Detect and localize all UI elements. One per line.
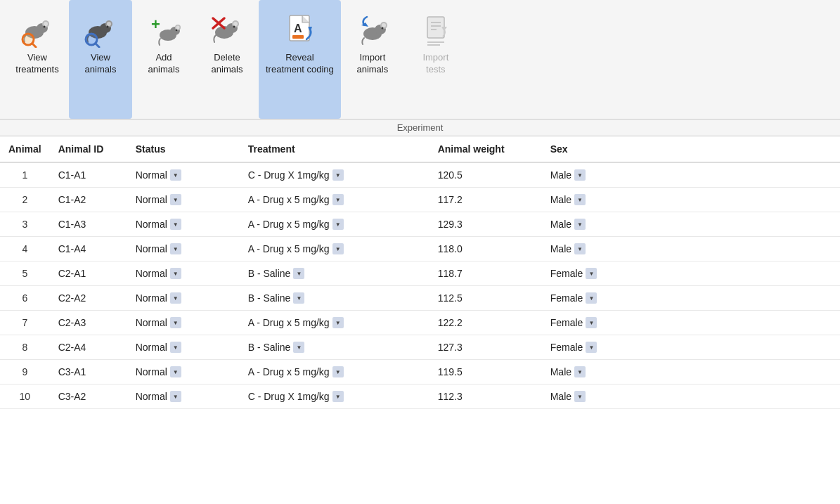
import-tests-icon (416, 10, 455, 49)
sex-dropdown-3[interactable]: ▼ (574, 243, 586, 254)
toolbar-group-import-tests: Import tests (404, 0, 467, 119)
status-dropdown-8[interactable]: ▼ (170, 366, 181, 377)
sex-dropdown-6[interactable]: ▼ (586, 317, 597, 328)
treatment-value-0: C - Drug X 1mg/kg (248, 169, 330, 181)
cell-status-7: Normal ▼ (127, 335, 240, 360)
cell-sex-2: Male ▼ (542, 212, 654, 237)
cell-treatment-7: B - Saline ▼ (240, 335, 429, 360)
treatment-dropdown-4[interactable]: ▼ (293, 268, 304, 279)
view-animals-icon (81, 10, 120, 49)
treatment-dropdown-7[interactable]: ▼ (293, 342, 304, 353)
treatment-dropdown-6[interactable]: ▼ (332, 317, 344, 328)
import-animals-icon (353, 10, 392, 49)
svg-text:+: + (151, 15, 160, 33)
cell-status-1: Normal ▼ (127, 188, 240, 212)
treatment-dropdown-0[interactable]: ▼ (332, 169, 344, 181)
import-animals-label: Import animals (356, 52, 388, 76)
svg-line-14 (96, 44, 99, 47)
cell-extra-6 (654, 311, 840, 335)
col-header-animal-id: Animal ID (50, 136, 127, 162)
table-row: 5 C2-A1 Normal ▼ B - Saline ▼ 118.7 Fema… (0, 261, 840, 286)
sex-dropdown-5[interactable]: ▼ (586, 292, 597, 304)
cell-sex-5: Female ▼ (542, 286, 654, 311)
treatment-dropdown-8[interactable]: ▼ (332, 366, 344, 377)
status-dropdown-0[interactable]: ▼ (170, 169, 181, 181)
treatment-dropdown-1[interactable]: ▼ (332, 194, 344, 205)
sex-dropdown-0[interactable]: ▼ (574, 169, 586, 181)
col-header-sex: Sex (542, 136, 654, 162)
treatment-dropdown-5[interactable]: ▼ (293, 292, 304, 304)
svg-point-25 (233, 26, 235, 28)
svg-point-19 (176, 26, 180, 30)
cell-weight-8: 119.5 (429, 360, 542, 385)
delete-animals-icon (207, 10, 247, 49)
status-dropdown-3[interactable]: ▼ (170, 243, 181, 254)
cell-animal-id-2: C1-A3 (50, 212, 127, 237)
cell-animal-8: 9 (0, 360, 50, 385)
svg-marker-37 (361, 22, 368, 27)
status-dropdown-1[interactable]: ▼ (170, 194, 181, 205)
treatment-dropdown-9[interactable]: ▼ (332, 391, 344, 402)
table-row: 4 C1-A4 Normal ▼ A - Drug x 5 mg/kg ▼ 11… (0, 237, 840, 261)
table-header: Animal Animal ID Status Treatment Animal… (0, 136, 840, 162)
sex-value-6: Female (550, 317, 583, 328)
sex-dropdown-1[interactable]: ▼ (574, 194, 586, 205)
cell-weight-2: 129.3 (429, 212, 542, 237)
cell-animal-id-8: C3-A1 (50, 360, 127, 385)
cell-status-4: Normal ▼ (127, 261, 240, 286)
cell-weight-3: 118.0 (429, 237, 542, 261)
cell-extra-8 (654, 360, 840, 385)
status-value-3: Normal (136, 243, 167, 254)
cell-extra-5 (654, 286, 840, 311)
sex-dropdown-2[interactable]: ▼ (574, 219, 586, 230)
treatment-dropdown-2[interactable]: ▼ (332, 219, 344, 230)
cell-animal-id-1: C1-A2 (50, 188, 127, 212)
import-tests-button[interactable]: Import tests (404, 0, 467, 119)
cell-sex-4: Female ▼ (542, 261, 654, 286)
import-animals-button[interactable]: Import animals (341, 0, 404, 119)
toolbar-group-import-animals: Import animals (341, 0, 404, 119)
sex-dropdown-7[interactable]: ▼ (586, 342, 597, 353)
status-dropdown-6[interactable]: ▼ (170, 317, 181, 328)
experiment-label: Experiment (397, 122, 444, 133)
cell-extra-0 (654, 162, 840, 188)
status-dropdown-7[interactable]: ▼ (170, 342, 181, 353)
animals-table: Animal Animal ID Status Treatment Animal… (0, 136, 840, 409)
cell-animal-id-7: C2-A4 (50, 335, 127, 360)
cell-animal-6: 7 (0, 311, 50, 335)
cell-treatment-0: C - Drug X 1mg/kg ▼ (240, 162, 429, 188)
sex-dropdown-9[interactable]: ▼ (574, 391, 586, 402)
svg-point-35 (382, 23, 386, 27)
toolbar: View treatments (0, 0, 840, 119)
reveal-treatment-coding-icon: A (280, 10, 319, 49)
status-value-6: Normal (136, 317, 167, 328)
svg-rect-30 (292, 35, 304, 39)
svg-point-12 (107, 26, 109, 28)
col-header-weight: Animal weight (429, 136, 542, 162)
add-animals-button[interactable]: + Add animals (132, 0, 195, 119)
col-header-extra (654, 136, 840, 162)
view-animals-button[interactable]: View animals (69, 0, 132, 119)
sex-dropdown-8[interactable]: ▼ (574, 366, 586, 377)
svg-point-4 (44, 26, 46, 28)
status-value-7: Normal (136, 342, 167, 353)
status-dropdown-5[interactable]: ▼ (170, 292, 181, 304)
cell-treatment-9: C - Drug X 1mg/kg ▼ (240, 385, 429, 409)
sex-dropdown-4[interactable]: ▼ (586, 268, 597, 279)
status-dropdown-4[interactable]: ▼ (170, 268, 181, 279)
view-treatments-button[interactable]: View treatments (6, 0, 69, 119)
delete-animals-button[interactable]: Delete animals (195, 0, 259, 119)
reveal-treatment-coding-button[interactable]: A Reveal treatment coding (259, 0, 341, 119)
table-body: 1 C1-A1 Normal ▼ C - Drug X 1mg/kg ▼ 120… (0, 162, 840, 409)
cell-sex-7: Female ▼ (542, 335, 654, 360)
table-row: 2 C1-A2 Normal ▼ A - Drug x 5 mg/kg ▼ 11… (0, 188, 840, 212)
status-dropdown-2[interactable]: ▼ (170, 219, 181, 230)
status-dropdown-9[interactable]: ▼ (170, 391, 181, 402)
svg-rect-38 (427, 17, 444, 38)
view-animals-label: View animals (85, 52, 117, 76)
treatment-dropdown-3[interactable]: ▼ (332, 243, 344, 254)
cell-weight-5: 112.5 (429, 286, 542, 311)
cell-weight-6: 122.2 (429, 311, 542, 335)
toolbar-group-add-animals: + Add animals (132, 0, 195, 119)
col-header-treatment: Treatment (240, 136, 429, 162)
